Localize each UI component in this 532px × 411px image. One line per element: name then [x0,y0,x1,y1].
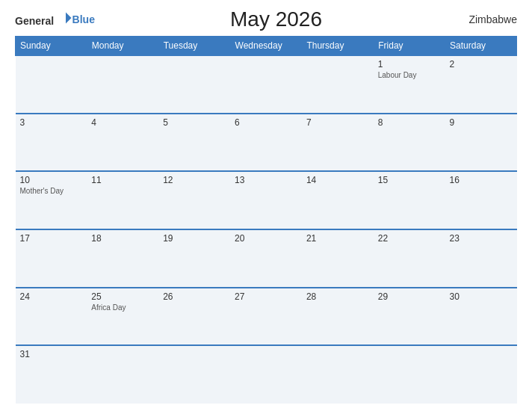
calendar-cell: 17 [16,229,87,288]
day-number: 20 [235,233,297,244]
calendar-cell: 28 [302,288,374,346]
day-number: 26 [163,291,226,302]
svg-marker-0 [66,13,72,24]
calendar-title: May 2026 [95,7,457,31]
calendar-cell: 8 [374,114,445,172]
logo-general: General [15,15,54,27]
calendar-cell: 29 [374,288,445,346]
calendar-row: 1Labour Day2 [16,55,517,114]
day-number: 1 [378,59,441,69]
top-bar: General Blue May 2026 Zimbabwe [15,7,517,31]
day-number: 16 [450,175,513,185]
calendar-cell: 3 [16,114,87,172]
calendar-cell: 1Labour Day [374,55,445,114]
country-label: Zimbabwe [457,13,517,25]
calendar-cell: 14 [302,171,374,229]
calendar-cell [302,345,374,404]
day-event: Labour Day [378,71,441,79]
day-number: 13 [235,175,297,185]
calendar-cell: 24 [16,288,87,346]
calendar-cell: 20 [230,229,302,288]
day-number: 29 [378,291,441,302]
day-number: 31 [20,349,83,359]
day-number: 15 [378,175,441,185]
calendar-cell [87,55,158,114]
day-number: 11 [91,175,154,185]
day-number: 6 [235,117,297,128]
calendar-cell: 25Africa Day [87,288,158,346]
day-number: 14 [306,175,369,185]
calendar-table: Sunday Monday Tuesday Wednesday Thursday… [15,36,517,404]
calendar-cell: 13 [230,171,302,229]
calendar-row: 3456789 [16,114,517,172]
calendar-cell: 7 [302,114,374,172]
calendar-row: 31 [16,345,517,404]
calendar-cell: 16 [445,171,517,229]
calendar-cell: 2 [445,55,517,114]
calendar-cell: 10Mother's Day [16,171,87,229]
day-number: 18 [91,233,154,244]
calendar-header-row: Sunday Monday Tuesday Wednesday Thursday… [16,37,517,56]
calendar-cell: 9 [445,114,517,172]
day-event: Mother's Day [20,187,83,195]
calendar-cell: 21 [302,229,374,288]
calendar-cell: 27 [230,288,302,346]
calendar-cell [302,55,374,114]
header-friday: Friday [374,37,445,56]
calendar-cell: 15 [374,171,445,229]
calendar-cell [158,345,230,404]
calendar-row: 10Mother's Day111213141516 [16,171,517,229]
calendar-cell [87,345,158,404]
calendar-cell [230,345,302,404]
day-number: 17 [20,233,83,244]
day-number: 30 [450,291,513,302]
calendar-cell: 26 [158,288,230,346]
header-wednesday: Wednesday [230,37,302,56]
calendar-row: 17181920212223 [16,229,517,288]
logo-blue: Blue [72,13,95,25]
day-number: 22 [378,233,441,244]
header-monday: Monday [87,37,158,56]
day-number: 23 [450,233,513,244]
logo: General Blue [15,11,95,28]
day-number: 12 [163,175,226,185]
day-number: 10 [20,175,83,185]
calendar-cell: 11 [87,171,158,229]
day-number: 28 [306,291,369,302]
day-number: 25 [91,291,154,302]
day-number: 7 [306,117,369,128]
day-number: 21 [306,233,369,244]
calendar-cell [158,55,230,114]
calendar-cell: 12 [158,171,230,229]
calendar-cell: 31 [16,345,87,404]
calendar-cell [16,55,87,114]
calendar-cell: 6 [230,114,302,172]
calendar-cell: 19 [158,229,230,288]
day-number: 3 [20,117,83,128]
header-thursday: Thursday [302,37,374,56]
day-number: 24 [20,291,83,302]
day-number: 8 [378,117,441,128]
calendar-cell: 4 [87,114,158,172]
calendar-row: 2425Africa Day2627282930 [16,288,517,346]
calendar-cell: 23 [445,229,517,288]
day-number: 2 [450,59,513,69]
day-number: 27 [235,291,297,302]
calendar-cell: 22 [374,229,445,288]
calendar-cell: 30 [445,288,517,346]
calendar-cell [374,345,445,404]
calendar-cell: 5 [158,114,230,172]
logo-flag-icon [59,11,72,25]
day-number: 19 [163,233,226,244]
day-number: 5 [163,117,226,128]
header-sunday: Sunday [16,37,87,56]
day-event: Africa Day [91,303,154,312]
header-saturday: Saturday [445,37,517,56]
day-number: 4 [91,117,154,128]
day-number: 9 [450,117,513,128]
header-tuesday: Tuesday [158,37,230,56]
calendar-cell [230,55,302,114]
calendar-cell [445,345,517,404]
calendar-cell: 18 [87,229,158,288]
